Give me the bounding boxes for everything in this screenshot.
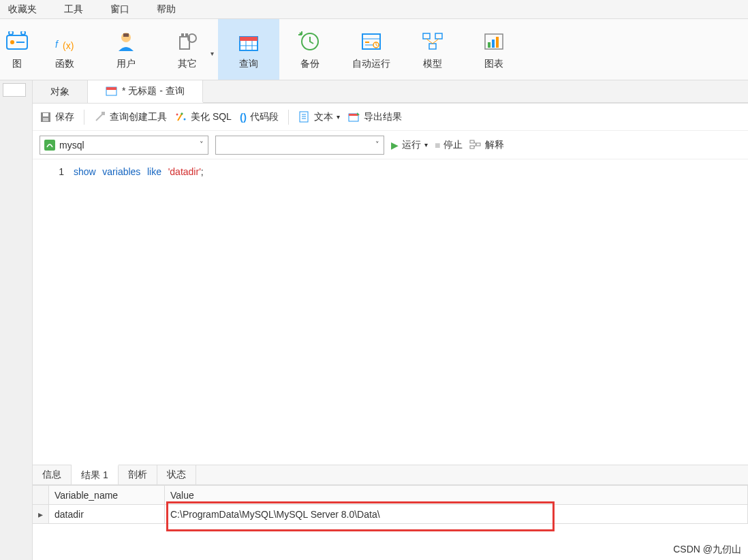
text-label: 文本 — [314, 111, 333, 123]
snippet-icon: () — [240, 111, 247, 123]
row-header-blank — [33, 486, 49, 505]
builder-label: 查询创建工具 — [110, 111, 167, 123]
ribbon-chart-label: 图表 — [484, 58, 503, 70]
table-header-row: Variable_name Value — [33, 486, 748, 505]
ribbon-model[interactable]: 模型 — [402, 19, 463, 80]
svg-text:(x): (x) — [63, 40, 74, 51]
svg-rect-10 — [181, 33, 184, 37]
menu-window[interactable]: 窗口 — [106, 1, 134, 18]
database-dropdown[interactable]: ˅ — [215, 136, 384, 155]
svg-rect-51 — [476, 143, 480, 146]
watermark: CSDN @九仞山 — [673, 544, 741, 556]
svg-rect-26 — [435, 33, 442, 39]
svg-point-4 — [21, 31, 25, 35]
query-tab-icon — [106, 85, 118, 97]
result-tab-profile[interactable]: 剖析 — [119, 465, 157, 484]
left-panel-item[interactable] — [3, 83, 26, 97]
svg-line-24 — [376, 45, 377, 46]
tab-query[interactable]: * 无标题 - 查询 — [88, 80, 203, 103]
beautify-icon — [175, 111, 187, 123]
menu-favorites[interactable]: 收藏夹 — [4, 1, 41, 18]
ribbon-chart[interactable]: 图表 — [463, 19, 525, 80]
svg-point-1 — [10, 40, 14, 44]
model-icon — [420, 29, 445, 54]
connection-dropdown[interactable]: mysql ˅ — [40, 136, 208, 155]
svg-rect-25 — [423, 33, 430, 39]
menu-bar: 收藏夹 工具 窗口 帮助 — [0, 0, 748, 19]
code-line[interactable]: show variables like 'datadir'; — [74, 159, 204, 465]
sql-editor[interactable]: 1 show variables like 'datadir'; — [33, 159, 748, 465]
mysql-icon — [44, 140, 55, 151]
menu-help[interactable]: 帮助 — [153, 1, 180, 18]
user-icon — [114, 29, 138, 54]
tab-objects-label: 对象 — [50, 86, 69, 98]
column-value[interactable]: Value — [165, 486, 748, 505]
svg-rect-8 — [123, 33, 129, 37]
svg-rect-32 — [492, 40, 495, 48]
svg-point-3 — [9, 31, 13, 35]
ribbon-toolbar: 图 f(x) 函数 用户 其它 ▾ 查询 备份 自动运行 — [0, 19, 748, 80]
other-icon — [175, 29, 200, 54]
export-icon — [348, 111, 360, 123]
editor-toolbar: 保存 查询创建工具 美化 SQL () 代码段 文本 ▾ — [33, 104, 748, 131]
ribbon-query-label: 查询 — [239, 58, 258, 70]
stop-icon: ■ — [435, 140, 440, 151]
ribbon-function-label: 函数 — [55, 58, 74, 70]
explain-icon — [469, 139, 482, 151]
left-panel — [0, 80, 33, 560]
svg-rect-37 — [43, 113, 48, 116]
play-icon: ▶ — [391, 140, 399, 151]
ribbon-user-label: 用户 — [116, 58, 136, 70]
run-button[interactable]: ▶ 运行 ▾ — [391, 139, 428, 151]
chevron-down-icon: ▾ — [424, 141, 428, 149]
line-gutter: 1 — [33, 159, 74, 465]
document-tabs: 对象 * 无标题 - 查询 — [33, 80, 748, 104]
tab-objects[interactable]: 对象 — [33, 80, 88, 103]
svg-line-28 — [426, 39, 433, 44]
cell-variable-name[interactable]: datadir — [49, 505, 165, 524]
snippet-label: 代码段 — [250, 111, 279, 123]
svg-rect-50 — [470, 146, 474, 149]
explain-button[interactable]: 解释 — [469, 139, 504, 151]
ribbon-backup-label: 备份 — [300, 58, 320, 70]
ribbon-model-label: 模型 — [423, 58, 442, 70]
cell-value[interactable]: C:\ProgramData\MySQL\MySQL Server 8.0\Da… — [165, 505, 748, 524]
ribbon-query[interactable]: 查询 — [218, 19, 279, 80]
autorun-icon — [359, 29, 384, 54]
chevron-down-icon: ˅ — [200, 140, 204, 149]
explain-label: 解释 — [485, 139, 504, 151]
snippet-button[interactable]: () 代码段 — [240, 111, 279, 123]
beautify-button[interactable]: 美化 SQL — [175, 111, 232, 123]
svg-point-40 — [184, 118, 186, 120]
query-icon — [236, 29, 261, 54]
svg-line-29 — [433, 39, 439, 44]
builder-icon — [94, 111, 106, 123]
svg-rect-47 — [349, 114, 358, 116]
save-label: 保存 — [55, 111, 74, 123]
svg-rect-13 — [240, 37, 258, 41]
export-button[interactable]: 导出结果 — [348, 111, 402, 123]
menu-tools[interactable]: 工具 — [60, 1, 87, 18]
beautify-label: 美化 SQL — [191, 111, 232, 123]
svg-rect-11 — [185, 33, 188, 37]
result-grid[interactable]: Variable_name Value ▸ datadir C:\Program… — [33, 485, 748, 524]
ribbon-other[interactable]: 其它 ▾ — [157, 19, 218, 80]
svg-rect-35 — [106, 87, 116, 90]
svg-rect-33 — [496, 37, 499, 48]
export-label: 导出结果 — [364, 111, 402, 123]
ribbon-function[interactable]: f(x) 函数 — [34, 19, 95, 80]
ribbon-backup[interactable]: 备份 — [279, 19, 341, 80]
save-button[interactable]: 保存 — [40, 111, 74, 123]
table-row[interactable]: ▸ datadir C:\ProgramData\MySQL\MySQL Ser… — [33, 505, 748, 524]
text-button[interactable]: 文本 ▾ — [298, 111, 340, 123]
ribbon-autorun[interactable]: 自动运行 — [341, 19, 402, 80]
result-tab-info[interactable]: 信息 — [33, 465, 72, 484]
result-tab-status[interactable]: 状态 — [157, 465, 196, 484]
result-tab-result1[interactable]: 结果 1 — [72, 465, 119, 484]
ribbon-view[interactable]: 图 — [0, 19, 34, 80]
svg-point-41 — [176, 113, 178, 115]
chevron-down-icon: ˅ — [375, 140, 379, 149]
query-builder-button[interactable]: 查询创建工具 — [94, 111, 167, 123]
column-variable-name[interactable]: Variable_name — [49, 486, 165, 505]
ribbon-user[interactable]: 用户 — [95, 19, 157, 80]
